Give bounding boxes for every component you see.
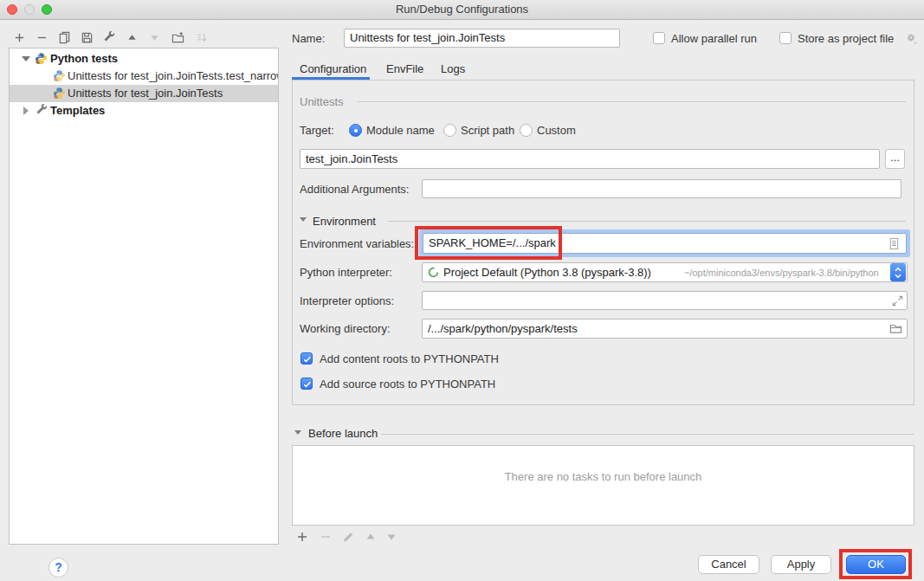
- move-up-icon[interactable]: [125, 30, 139, 44]
- cancel-button[interactable]: Cancel: [698, 555, 759, 574]
- remove-task-icon[interactable]: [319, 530, 333, 544]
- unittests-group-label: Unittests: [300, 95, 344, 108]
- environment-section-chevron-icon[interactable]: [300, 217, 307, 222]
- sort-configurations-icon[interactable]: [195, 30, 209, 44]
- target-script-path-radio[interactable]: [443, 124, 456, 137]
- python-interpreter-label: Python interpreter:: [300, 266, 392, 279]
- tab-logs[interactable]: Logs: [441, 61, 465, 78]
- before-launch-section-header[interactable]: Before launch: [308, 427, 378, 440]
- target-custom-radio[interactable]: [520, 124, 533, 137]
- chevron-collapsed-icon[interactable]: [23, 107, 29, 115]
- edit-task-icon[interactable]: [341, 530, 355, 544]
- move-task-down-icon[interactable]: [384, 530, 398, 544]
- templates-wrench-icon: [36, 104, 48, 117]
- add-source-roots-checkbox[interactable]: [300, 378, 313, 390]
- working-directory-input[interactable]: /.../spark/python/pyspark/tests: [422, 319, 908, 339]
- expand-field-icon[interactable]: [890, 294, 904, 307]
- allow-parallel-run-label: Allow parallel run: [671, 32, 757, 45]
- name-input[interactable]: Unittests for test_join.JoinTests: [344, 29, 620, 48]
- tree-item-label: Templates: [50, 102, 105, 119]
- chevron-expanded-icon[interactable]: [22, 56, 30, 61]
- python-interpreter-value: Project Default (Python 3.8 (pyspark-3.8…: [443, 266, 651, 279]
- remove-configuration-icon[interactable]: [35, 30, 48, 44]
- move-task-up-icon[interactable]: [364, 530, 378, 544]
- before-launch-task-list: There are no tasks to run before launch: [292, 445, 914, 526]
- allow-parallel-run-checkbox[interactable]: [653, 32, 665, 44]
- python-tests-icon: [35, 52, 48, 65]
- conda-environment-icon: [426, 265, 440, 279]
- tree-item-unittests-test-narrow[interactable]: Unittests for test_join.JoinTests.test_n…: [10, 68, 278, 85]
- target-custom-label: Custom: [537, 124, 576, 137]
- additional-arguments-input[interactable]: [422, 179, 901, 198]
- browse-folder-icon[interactable]: [888, 321, 902, 335]
- store-as-project-file-label: Store as project file: [798, 32, 894, 45]
- before-launch-section-chevron-icon[interactable]: [294, 430, 301, 435]
- interpreter-options-input[interactable]: [422, 291, 908, 310]
- save-configuration-icon[interactable]: [80, 30, 94, 44]
- tree-item-label: Unittests for test_join.JoinTests: [68, 85, 223, 102]
- titlebar: Run/Debug Configurations: [0, 0, 924, 20]
- divider: [357, 101, 906, 102]
- python-test-config-icon: [53, 69, 66, 82]
- additional-arguments-label: Additional Arguments:: [300, 183, 409, 196]
- working-directory-label: Working directory:: [300, 322, 391, 335]
- window-title: Run/Debug Configurations: [0, 0, 924, 19]
- help-button[interactable]: ?: [48, 558, 68, 578]
- active-tab-indicator: [292, 77, 370, 80]
- add-source-roots-label: Add source roots to PYTHONPATH: [320, 378, 495, 391]
- python-interpreter-dropdown-button[interactable]: [890, 263, 906, 281]
- tree-item-unittests-jointests-selected[interactable]: Unittests for test_join.JoinTests: [10, 85, 278, 102]
- name-label: Name:: [292, 32, 325, 45]
- divider: [381, 434, 914, 435]
- divider: [388, 221, 906, 222]
- interpreter-options-label: Interpreter options:: [300, 294, 394, 307]
- environment-section-header[interactable]: Environment: [313, 215, 376, 228]
- add-content-roots-label: Add content roots to PYTHONPATH: [320, 352, 499, 365]
- environment-variables-label: Environment variables:: [300, 237, 414, 250]
- target-module-name-radio[interactable]: [349, 124, 362, 137]
- annotation-highlight-ok-button: [839, 549, 912, 579]
- add-configuration-icon[interactable]: [12, 30, 26, 44]
- new-folder-icon[interactable]: [171, 30, 184, 44]
- tab-configuration[interactable]: Configuration: [300, 61, 366, 78]
- apply-button[interactable]: Apply: [771, 555, 831, 574]
- python-test-config-icon: [53, 87, 66, 100]
- target-module-name-label: Module name: [366, 124, 435, 137]
- tree-item-label: Python tests: [50, 50, 118, 68]
- move-down-icon[interactable]: [147, 30, 161, 44]
- tree-item-label: Unittests for test_join.JoinTests.test_n…: [68, 68, 279, 85]
- tab-envfile[interactable]: EnvFile: [386, 61, 423, 78]
- settings-gear-icon[interactable]: [904, 31, 918, 45]
- copy-configuration-icon[interactable]: [57, 30, 71, 44]
- module-name-input[interactable]: test_join.JoinTests: [300, 149, 880, 169]
- edit-templates-icon[interactable]: [102, 30, 116, 44]
- browse-module-button[interactable]: ...: [885, 149, 905, 169]
- tree-item-templates[interactable]: Templates: [10, 102, 278, 119]
- configurations-tree: Python tests Unittests for test_join.Joi…: [9, 48, 279, 545]
- target-script-path-label: Script path: [461, 124, 514, 137]
- browse-environment-variables-icon[interactable]: [887, 236, 901, 250]
- run-debug-configurations-dialog: Run/Debug Configurations Python tests Un…: [0, 0, 924, 581]
- add-task-icon[interactable]: [295, 530, 309, 544]
- store-as-project-file-checkbox[interactable]: [779, 32, 792, 44]
- before-launch-empty-message: There are no tasks to run before launch: [293, 470, 914, 483]
- target-label: Target:: [300, 124, 334, 137]
- python-interpreter-path: ~/opt/miniconda3/envs/pyspark-3.8/bin/py…: [684, 268, 879, 278]
- annotation-highlight-env-vars: [415, 226, 562, 260]
- tree-item-python-tests[interactable]: Python tests: [10, 50, 278, 68]
- add-content-roots-checkbox[interactable]: [300, 352, 313, 365]
